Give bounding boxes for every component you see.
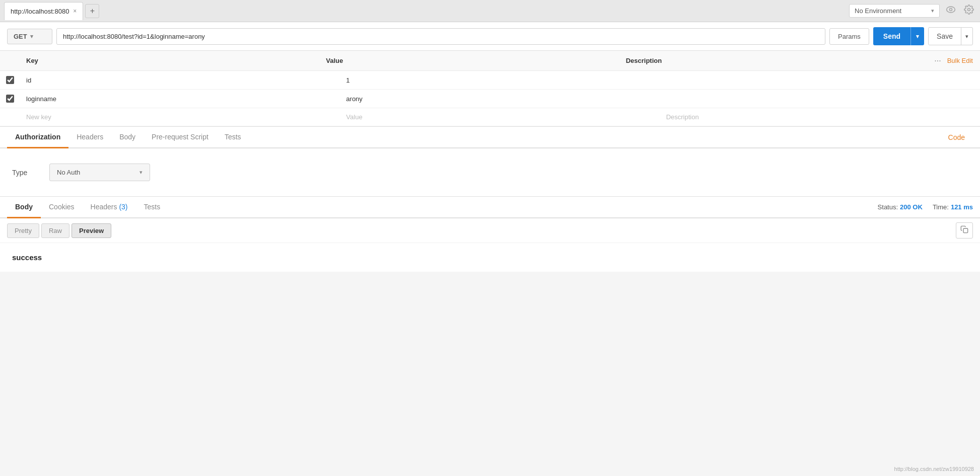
status-label: Status: xyxy=(878,203,898,211)
value-col-header: Value xyxy=(320,55,619,66)
auth-type-select[interactable]: No Auth ▾ xyxy=(49,164,150,181)
gear-icon[interactable] xyxy=(962,3,976,19)
environment-select[interactable]: No Environment ▾ xyxy=(849,4,940,18)
params-header: Key Value Description ··· Bulk Edit xyxy=(0,51,980,71)
params-table: Key Value Description ··· Bulk Edit id 1… xyxy=(0,51,980,127)
tab-headers[interactable]: Headers xyxy=(68,127,111,148)
params-button[interactable]: Params xyxy=(829,28,869,45)
chevron-down-icon: ▾ xyxy=(139,169,143,176)
resp-tab-cookies[interactable]: Cookies xyxy=(41,197,83,218)
param-enabled-checkbox[interactable] xyxy=(6,95,14,103)
resp-tab-headers[interactable]: Headers (3) xyxy=(83,197,136,218)
eye-icon[interactable] xyxy=(944,3,958,19)
auth-section: Type No Auth ▾ xyxy=(0,148,980,197)
param-description-cell xyxy=(660,94,980,104)
checkbox-col-header xyxy=(0,55,20,66)
tab-tests[interactable]: Tests xyxy=(217,127,249,148)
response-tabs-bar: Body Cookies Headers (3) Tests Status: 2… xyxy=(0,197,980,218)
send-dropdown-arrow[interactable]: ▾ xyxy=(911,27,924,45)
new-key-input[interactable]: New key xyxy=(20,108,340,126)
param-value-cell: 1 xyxy=(340,71,660,89)
params-header-actions: ··· Bulk Edit xyxy=(920,55,980,66)
new-value-input[interactable]: Value xyxy=(340,108,660,126)
new-param-checkbox-placeholder xyxy=(0,108,20,126)
table-row: id 1 xyxy=(0,71,980,90)
tab-prerequest[interactable]: Pre-request Script xyxy=(144,127,217,148)
send-button[interactable]: Send ▾ xyxy=(873,27,924,45)
row-checkbox[interactable] xyxy=(0,90,20,108)
save-button[interactable]: Save ▾ xyxy=(928,27,973,45)
chevron-down-icon: ▾ xyxy=(931,8,934,14)
tab-body[interactable]: Body xyxy=(111,127,144,148)
resp-tab-body[interactable]: Body xyxy=(7,197,41,218)
svg-rect-3 xyxy=(963,228,968,233)
time-value: 121 ms xyxy=(951,203,973,211)
tab-authorization[interactable]: Authorization xyxy=(7,127,68,148)
browser-tab[interactable]: http://localhost:8080 × xyxy=(4,2,83,20)
tab-bar: http://localhost:8080 × + No Environment… xyxy=(0,0,980,22)
url-input[interactable] xyxy=(56,28,825,45)
param-description-cell xyxy=(660,75,980,85)
response-body: success xyxy=(0,243,980,272)
request-bar: GET ▾ Params Send ▾ Save ▾ xyxy=(0,22,980,51)
description-col-header: Description xyxy=(620,55,920,66)
new-description-input[interactable]: Description xyxy=(660,108,980,126)
new-param-row: New key Value Description xyxy=(0,108,980,126)
pretty-button[interactable]: Pretty xyxy=(7,223,39,238)
save-label[interactable]: Save xyxy=(929,28,961,45)
copy-icon[interactable] xyxy=(956,222,973,239)
method-label: GET xyxy=(14,33,27,40)
more-options-button[interactable]: ··· xyxy=(934,56,941,65)
svg-point-2 xyxy=(968,9,970,11)
param-key-cell: loginname xyxy=(20,90,340,108)
row-checkbox[interactable] xyxy=(0,71,20,89)
headers-count-badge: (3) xyxy=(119,203,127,211)
preview-button[interactable]: Preview xyxy=(72,223,111,238)
tab-bar-right: No Environment ▾ xyxy=(849,3,976,19)
auth-type-row: Type No Auth ▾ xyxy=(12,164,968,181)
status-value: 200 OK xyxy=(900,203,923,211)
param-enabled-checkbox[interactable] xyxy=(6,76,14,84)
save-dropdown-arrow[interactable]: ▾ xyxy=(961,28,972,45)
svg-point-0 xyxy=(947,7,955,13)
bulk-edit-button[interactable]: Bulk Edit xyxy=(947,57,973,64)
param-value-cell: arony xyxy=(340,90,660,108)
close-icon[interactable]: × xyxy=(73,8,77,14)
response-content: success xyxy=(12,253,42,262)
time-label: Time: xyxy=(933,203,949,211)
svg-point-1 xyxy=(950,9,952,11)
code-button[interactable]: Code xyxy=(940,127,973,147)
raw-button[interactable]: Raw xyxy=(41,223,69,238)
auth-type-value: No Auth xyxy=(57,169,80,176)
response-toolbar: Pretty Raw Preview xyxy=(0,218,980,243)
chevron-down-icon: ▾ xyxy=(30,33,33,40)
table-row: loginname arony xyxy=(0,90,980,108)
tab-url-label: http://localhost:8080 xyxy=(11,8,69,15)
resp-tab-tests[interactable]: Tests xyxy=(136,197,169,218)
response-status-area: Status: 200 OK Time: 121 ms xyxy=(878,203,973,211)
param-key-cell: id xyxy=(20,71,340,89)
request-tabs: Authorization Headers Body Pre-request S… xyxy=(0,127,980,148)
type-label: Type xyxy=(12,169,37,177)
send-label[interactable]: Send xyxy=(873,27,911,45)
add-tab-button[interactable]: + xyxy=(85,4,99,18)
response-section: Body Cookies Headers (3) Tests Status: 2… xyxy=(0,197,980,272)
env-label: No Environment xyxy=(855,7,901,15)
key-col-header: Key xyxy=(20,55,320,66)
method-select[interactable]: GET ▾ xyxy=(7,29,52,44)
